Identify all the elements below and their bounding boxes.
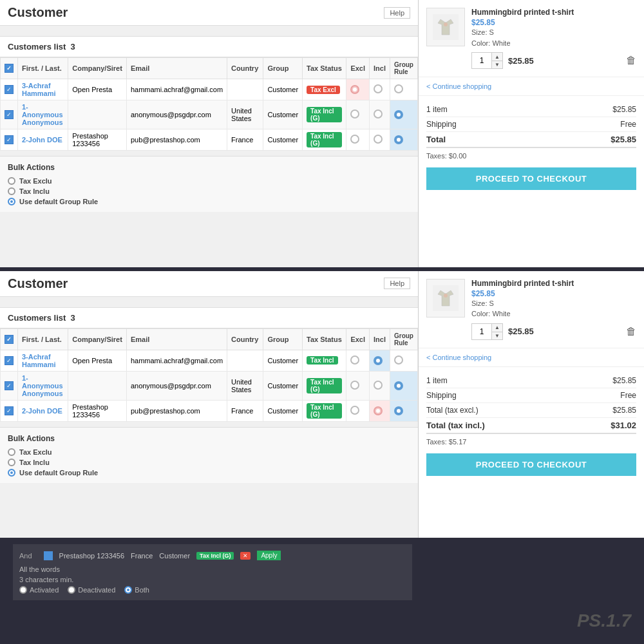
footer-filter-panel: And Prestashop 1233456 France Customer T… (13, 544, 412, 600)
row-grule-3[interactable] (390, 129, 417, 151)
activated-text: Activated (30, 586, 59, 594)
radio-exclu-top[interactable] (8, 177, 15, 185)
row-b-grule-3[interactable] (390, 400, 417, 421)
row-excl-2[interactable] (346, 100, 370, 129)
deactivated-label[interactable]: Deactivated (68, 586, 115, 594)
both-radio[interactable] (124, 586, 132, 594)
row-name-3[interactable]: 2-John DOE (18, 129, 68, 151)
taxes-top: Taxes: $0.00 (426, 148, 636, 164)
row-b-grule-2[interactable] (390, 371, 417, 400)
bulk-tax-inclu-top[interactable]: Tax Inclu (8, 187, 410, 195)
row-country-3: France (227, 129, 263, 151)
qty-down-bottom[interactable]: ▼ (492, 332, 502, 339)
product-info-top: Hummingbird printed t-shirt $25.85 Size:… (471, 8, 636, 69)
row-incl-3[interactable] (370, 129, 390, 151)
col-incl-bottom: Incl (370, 328, 390, 350)
min-chars-option: 3 characters min. (19, 576, 406, 583)
col-company-bottom: Company/Siret (68, 328, 127, 350)
activated-label[interactable]: Activated (19, 586, 59, 594)
checkout-btn-bottom[interactable]: PROCEED TO CHECKOUT (426, 453, 636, 476)
col-taxstatus-bottom: Tax Status (303, 328, 346, 350)
row-b-incl-2[interactable] (370, 371, 390, 400)
right-panel-top: Hummingbird printed t-shirt $25.85 Size:… (419, 0, 644, 267)
row-b-grule-1[interactable] (390, 350, 417, 371)
qty-input-bottom[interactable]: ▲ ▼ (471, 323, 503, 340)
row-grule-1[interactable] (390, 79, 417, 100)
row-b-excl-3[interactable] (346, 400, 370, 421)
both-label[interactable]: Both (124, 586, 149, 594)
ps-version-label: PS.1.7 (577, 611, 631, 631)
radio-exclu-bottom[interactable] (8, 448, 15, 456)
col-name-top: First. / Last. (18, 58, 68, 79)
bulk-default-group-rule-bottom[interactable]: Use default Group Rule (8, 469, 410, 477)
row-b-excl-1[interactable] (346, 350, 370, 371)
row-b-tax-1: Tax Incl (303, 350, 346, 371)
customers-list-header-top: Customers list 3 (0, 36, 418, 57)
header-checkbox-bottom[interactable]: ✓ (1, 328, 18, 350)
continue-shopping-top[interactable]: < Continue shopping (419, 77, 644, 96)
header-checkbox-top[interactable]: ✓ (1, 58, 18, 79)
row-email-3: pub@prestashop.com (126, 129, 227, 151)
row-b-cb-3[interactable]: ✓ (1, 400, 18, 421)
deactivated-radio[interactable] (68, 586, 75, 594)
row-b-incl-3[interactable] (370, 400, 390, 421)
radio-default-bottom[interactable] (8, 469, 15, 477)
row-b-name-2[interactable]: 1-AnonymousAnonymous (18, 371, 68, 400)
col-grouprule-top: GroupRule (390, 58, 417, 79)
row-b-country-3: France (227, 400, 263, 421)
qty-up-top[interactable]: ▲ (492, 53, 502, 61)
shipping-row-bottom: Shipping Free (426, 388, 636, 403)
row-cb-1[interactable]: ✓ (1, 79, 18, 100)
row-b-name-1[interactable]: 3-Achraf Hammami (18, 350, 68, 371)
continue-shopping-bottom[interactable]: < Continue shopping (419, 348, 644, 367)
bulk-tax-exclu-bottom[interactable]: Tax Exclu (8, 448, 410, 456)
row-name-1[interactable]: 3-Achraf Hammami (18, 79, 68, 100)
cart-product-bottom: Hummingbird printed t-shirt $25.85 Size:… (419, 271, 644, 348)
bulk-tax-inclu-bottom[interactable]: Tax Inclu (8, 459, 410, 466)
footer-row-1: And Prestashop 1233456 France Customer T… (19, 551, 406, 560)
qty-down-top[interactable]: ▼ (492, 61, 502, 68)
row-cb-3[interactable]: ✓ (1, 129, 18, 151)
apply-button[interactable]: Apply (257, 551, 281, 560)
qty-arrows-bottom: ▲ ▼ (491, 324, 502, 339)
row-excl-3[interactable] (346, 129, 370, 151)
row-b-cb-1[interactable]: ✓ (1, 350, 18, 371)
row-excl-1[interactable] (346, 79, 370, 100)
row-name-2[interactable]: 1-AnonymousAnonymous (18, 100, 68, 129)
qty-up-bottom[interactable]: ▲ (492, 324, 502, 332)
row-b-incl-1[interactable] (370, 350, 390, 371)
delete-btn-top[interactable]: 🗑 (626, 55, 636, 66)
row-b-cb-2[interactable]: ✓ (1, 371, 18, 400)
qty-input-top[interactable]: ▲ ▼ (471, 52, 503, 69)
activated-radio[interactable] (19, 586, 27, 594)
radio-default-top[interactable] (8, 198, 15, 205)
cart-summary-top: 1 item $25.85 Shipping Free Total $25.85… (419, 96, 644, 196)
radio-inclu-top[interactable] (8, 187, 15, 195)
row-b-country-1 (227, 350, 263, 371)
row-b-name-3[interactable]: 2-John DOE (18, 400, 68, 421)
shipping-row-top: Shipping Free (426, 117, 636, 132)
help-button-top[interactable]: Help (384, 7, 410, 19)
bulk-tax-exclu-top[interactable]: Tax Exclu (8, 177, 410, 185)
filter-options: All the words 3 characters min. Activate… (19, 565, 406, 594)
radio-inclu-bottom[interactable] (8, 459, 15, 466)
row-incl-2[interactable] (370, 100, 390, 129)
row-grule-2[interactable] (390, 100, 417, 129)
help-button-bottom[interactable]: Help (384, 278, 410, 289)
row-incl-1[interactable] (370, 79, 390, 100)
col-group-bottom: Group (263, 328, 303, 350)
status-options: Activated Deactivated Both (19, 586, 406, 594)
bulk-default-group-rule-top[interactable]: Use default Group Rule (8, 198, 410, 205)
delete-btn-bottom[interactable]: 🗑 (626, 326, 636, 337)
row-b-email-1: hammami.achraf@gmail.com (126, 350, 227, 371)
line-price-top: $25.85 (508, 56, 534, 66)
row-cb-2[interactable]: ✓ (1, 100, 18, 129)
table-row: ✓ 1-AnonymousAnonymous anonymous@psgdpr.… (1, 371, 418, 400)
checkout-btn-top[interactable]: PROCEED TO CHECKOUT (426, 167, 636, 190)
row-b-excl-2[interactable] (346, 371, 370, 400)
qty-field-top[interactable] (472, 55, 491, 66)
col-excl-top: Excl (346, 58, 370, 79)
qty-field-bottom[interactable] (472, 326, 491, 337)
taxes-bottom: Taxes: $5.17 (426, 434, 636, 450)
filter-checkbox[interactable] (44, 551, 53, 560)
